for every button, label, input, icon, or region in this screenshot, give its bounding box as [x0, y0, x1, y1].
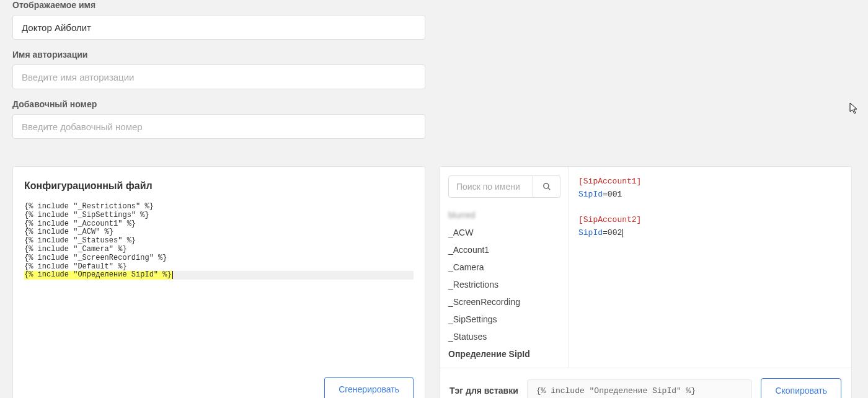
- code-line: {% include "_Account1" %}: [24, 220, 414, 229]
- input-display-name[interactable]: [12, 15, 425, 40]
- preview-kv: SipId=002: [578, 227, 841, 240]
- preview-section: [SipAccount1]: [578, 175, 841, 188]
- template-list-column: blurred_ACW_Account1_Camera_Restrictions…: [440, 167, 569, 368]
- code-line: {% include "_SipSettings" %}: [24, 211, 414, 220]
- label-auth-name: Имя авторизации: [12, 50, 856, 60]
- template-list[interactable]: blurred_ACW_Account1_Camera_Restrictions…: [440, 206, 568, 368]
- list-item[interactable]: _ScreenRecording: [440, 293, 568, 311]
- field-extension: Добавочный номер: [12, 99, 856, 139]
- list-item[interactable]: _Statuses: [440, 328, 568, 345]
- config-panel: Конфигурационный файл {% include "_Restr…: [12, 166, 425, 398]
- code-editor[interactable]: {% include "_Restrictions" %}{% include …: [13, 203, 425, 366]
- tag-value: {% include "Определение SipId" %}: [527, 379, 753, 399]
- code-line: {% include "Default" %}: [24, 263, 414, 272]
- config-title: Конфигурационный файл: [13, 167, 425, 203]
- editor-section: Конфигурационный файл {% include "_Restr…: [0, 166, 868, 398]
- input-extension[interactable]: [12, 114, 425, 139]
- preview-section: [SipAccount2]: [578, 214, 841, 227]
- list-item[interactable]: Определение SipId: [440, 345, 568, 363]
- preview-kv: SipId=001: [578, 188, 841, 201]
- svg-line-1: [547, 188, 550, 190]
- list-item[interactable]: _ACW: [440, 224, 568, 241]
- search-icon: [542, 182, 551, 191]
- list-item[interactable]: _Restrictions: [440, 276, 568, 293]
- field-display-name: Отображаемое имя: [12, 0, 856, 40]
- code-line-active: {% include "Определение SipId" %}: [24, 271, 414, 280]
- code-line: {% include "_Statuses" %}: [24, 237, 414, 245]
- label-extension: Добавочный номер: [12, 99, 856, 109]
- list-item[interactable]: blurred: [440, 206, 568, 224]
- generate-button[interactable]: Сгенерировать: [324, 377, 414, 398]
- code-line: {% include "_Restrictions" %}: [24, 203, 414, 211]
- search-input[interactable]: [448, 175, 533, 198]
- form-section: Отображаемое имя Имя авторизации Добавоч…: [0, 0, 868, 161]
- templates-panel: blurred_ACW_Account1_Camera_Restrictions…: [439, 166, 852, 398]
- text-cursor: [622, 229, 622, 237]
- list-item[interactable]: _Camera: [440, 259, 568, 276]
- field-auth-name: Имя авторизации: [12, 50, 856, 89]
- code-line: {% include "_Camera" %}: [24, 245, 414, 254]
- svg-point-0: [543, 184, 548, 188]
- preview-column: [SipAccount1]SipId=001 [SipAccount2]SipI…: [569, 167, 851, 368]
- copy-button[interactable]: Скопировать: [761, 378, 841, 398]
- search-button[interactable]: [533, 175, 560, 198]
- tag-label: Тэг для вставки: [450, 386, 518, 396]
- list-item[interactable]: _SipSettings: [440, 311, 568, 328]
- code-line: {% include "_ScreenRecording" %}: [24, 254, 414, 263]
- list-item[interactable]: _Account1: [440, 241, 568, 259]
- code-line: {% include "_ACW" %}: [24, 228, 414, 237]
- label-display-name: Отображаемое имя: [12, 0, 856, 10]
- input-auth-name[interactable]: [12, 64, 425, 89]
